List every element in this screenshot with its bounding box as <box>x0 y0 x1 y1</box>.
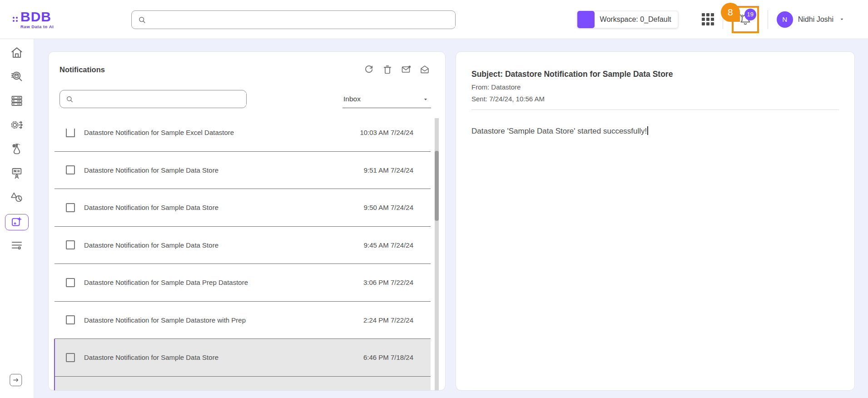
notifications-panel: Notifications Inbox <box>48 51 446 391</box>
detail-body[interactable]: Datastore 'Sample Data Store' started su… <box>471 126 839 136</box>
user-name: Nidhi Joshi <box>798 15 833 24</box>
sidebar-collapse-button[interactable] <box>10 374 22 386</box>
detail-subject: Subject: Datastore Notification for Samp… <box>471 70 839 79</box>
notifications-bell-button[interactable]: 8 19 <box>732 6 759 33</box>
notifications-list: Datastore Notification for Sample Excel … <box>49 114 445 391</box>
notification-row[interactable]: Datastore Notification for Sample Data P… <box>54 264 431 302</box>
notification-timestamp: 3:06 PM 7/22/24 <box>363 279 413 286</box>
sidebar-item[interactable] <box>5 214 29 230</box>
shapes-icon <box>10 190 24 204</box>
notification-row[interactable]: Datastore Notification for Sample Data S… <box>54 152 431 189</box>
notification-checkbox[interactable] <box>66 240 75 249</box>
notification-title: Datastore Notification for Sample Data S… <box>84 241 218 249</box>
list-scrollbar[interactable] <box>435 118 439 390</box>
notification-title: Datastore Notification for Sample Data S… <box>84 166 218 174</box>
data-search-icon <box>10 70 24 84</box>
top-header: BDB Raw Data to AI Workspace: 0_Default … <box>0 0 868 39</box>
workspace-color-swatch <box>577 11 595 28</box>
logo-mark <box>13 17 18 22</box>
datastore-icon <box>10 94 24 108</box>
notification-timestamp: 6:46 PM 7/18/24 <box>363 353 413 361</box>
presentation-icon <box>10 166 24 180</box>
sidebar-item[interactable] <box>5 44 29 62</box>
workspace-selector[interactable]: Workspace: 0_Default <box>577 11 678 28</box>
mark-read-button[interactable] <box>419 64 430 75</box>
avatar: N <box>777 11 793 28</box>
notification-row[interactable]: Datastore Notification for Sample Data S… <box>54 377 431 391</box>
list-scrollbar-thumb[interactable] <box>435 151 439 221</box>
sidebar-item[interactable] <box>5 188 29 206</box>
notification-checkbox[interactable] <box>66 390 75 391</box>
detail-from: From: Datastore <box>471 83 839 91</box>
mark-unread-icon <box>401 64 412 75</box>
sidebar-item[interactable] <box>5 92 29 110</box>
detail-divider <box>471 109 839 110</box>
workspace-label: Workspace: 0_Default <box>600 15 671 24</box>
text-cursor <box>647 126 648 135</box>
logo-tagline: Raw Data to AI <box>20 25 54 29</box>
notification-checkbox[interactable] <box>66 203 75 212</box>
left-sidebar <box>0 39 34 398</box>
notification-row[interactable]: Datastore Notification for Sample Data S… <box>54 227 431 264</box>
settings-list-icon <box>10 239 24 252</box>
notification-row[interactable]: Datastore Notification for Sample Excel … <box>54 114 431 152</box>
global-search-input[interactable] <box>151 13 455 27</box>
notification-row[interactable]: Datastore Notification for Sample Data S… <box>54 189 431 227</box>
notification-checkbox[interactable] <box>66 278 75 287</box>
pipeline-icon <box>10 118 24 132</box>
app-logo: BDB Raw Data to AI <box>13 10 54 29</box>
refresh-button[interactable] <box>363 64 374 75</box>
detail-sent: Sent: 7/24/24, 10:56 AM <box>471 95 839 103</box>
header-divider <box>768 10 768 29</box>
mark-unread-button[interactable] <box>401 64 412 75</box>
delete-button[interactable] <box>382 64 393 75</box>
notifications-search[interactable] <box>60 90 247 108</box>
sidebar-item[interactable] <box>5 116 29 134</box>
notification-row[interactable]: Datastore Notification for Sample Data S… <box>54 339 431 377</box>
mark-read-icon <box>419 64 430 75</box>
notification-title: Datastore Notification for Sample Datast… <box>84 316 246 324</box>
sidebar-item[interactable] <box>5 140 29 158</box>
notifications-title: Notifications <box>60 65 105 74</box>
notification-title: Datastore Notification for Sample Data S… <box>84 204 218 211</box>
sidebar-item[interactable] <box>5 236 29 254</box>
notifications-search-input[interactable] <box>78 93 246 105</box>
notification-checkbox[interactable] <box>66 128 75 137</box>
refresh-icon <box>363 64 374 75</box>
notification-timestamp: 9:51 AM 7/24/24 <box>364 166 413 174</box>
global-search[interactable] <box>131 10 456 29</box>
notification-checkbox[interactable] <box>66 165 75 174</box>
user-menu[interactable]: N Nidhi Joshi <box>777 11 845 28</box>
notification-timestamp: 9:50 AM 7/24/24 <box>364 204 413 211</box>
notification-count-badge: 19 <box>744 9 756 20</box>
notification-timestamp: 10:03 AM 7/24/24 <box>360 129 413 136</box>
lab-icon <box>10 142 24 156</box>
arrow-right-icon <box>12 376 20 384</box>
notification-row[interactable]: Datastore Notification for Sample Datast… <box>54 302 431 339</box>
folder-dropdown-value: Inbox <box>343 95 361 103</box>
notification-checkbox[interactable] <box>66 353 75 362</box>
sidebar-item[interactable] <box>5 164 29 182</box>
notification-checkbox[interactable] <box>66 315 75 324</box>
chevron-down-icon <box>838 16 845 23</box>
notification-timestamp: 9:45 AM 7/24/24 <box>364 241 413 249</box>
annotation-step-badge: 8 <box>721 3 740 22</box>
chevron-down-icon <box>422 96 429 103</box>
ai-sparkle-icon <box>10 215 24 229</box>
search-icon <box>138 15 147 25</box>
notification-detail-panel: Subject: Datastore Notification for Samp… <box>456 51 855 391</box>
logo-text: BDB <box>20 10 54 24</box>
search-icon <box>65 95 74 104</box>
home-icon <box>10 46 24 60</box>
notification-timestamp: 2:24 PM 7/22/24 <box>363 316 413 324</box>
notification-title: Datastore Notification for Sample Data S… <box>84 353 218 361</box>
notification-title: Datastore Notification for Sample Data P… <box>84 279 248 286</box>
sidebar-item[interactable] <box>5 68 29 86</box>
delete-icon <box>382 64 393 75</box>
apps-grid-button[interactable] <box>702 13 714 25</box>
folder-dropdown[interactable]: Inbox <box>342 90 431 108</box>
notification-title: Datastore Notification for Sample Excel … <box>84 129 234 136</box>
